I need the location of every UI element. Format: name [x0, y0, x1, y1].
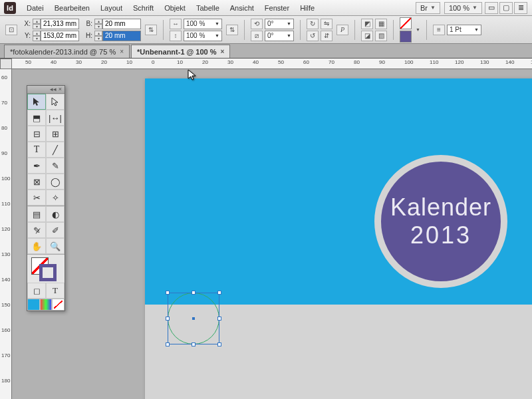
height-input[interactable] — [102, 31, 141, 41]
y-input[interactable] — [41, 31, 79, 41]
shear-icon: ⧄ — [251, 31, 263, 41]
scale-x-field[interactable]: 100 %▼ — [184, 19, 222, 29]
menu-layout[interactable]: Layout — [95, 2, 128, 14]
arrange-icon[interactable]: ≣ — [514, 2, 527, 14]
zoom-tool[interactable]: 🔍 — [46, 238, 65, 254]
menu-objekt[interactable]: Objekt — [159, 2, 191, 14]
handle-r[interactable] — [217, 317, 221, 321]
tab-fotokalender[interactable]: *fotokalender-2013.indd @ 75 %× — [4, 45, 130, 58]
menu-bearbeiten[interactable]: Bearbeiten — [49, 2, 95, 14]
page-tool[interactable]: ⬒ — [27, 110, 46, 126]
handle-l[interactable] — [166, 317, 170, 321]
note-tool[interactable]: ✎̷ — [27, 222, 46, 238]
scale-x-icon: ↔ — [170, 19, 182, 29]
content-placer-tool[interactable]: ⊞ — [46, 126, 65, 142]
menu-datei[interactable]: Datei — [21, 2, 49, 14]
select-content-icon[interactable]: ▦ — [375, 19, 387, 29]
zoom-level[interactable]: 100 %▼ — [444, 2, 482, 14]
menu-tabelle[interactable]: Tabelle — [191, 2, 225, 14]
char-panel-icon[interactable]: P — [336, 25, 348, 35]
view-options-icon[interactable]: ▭ — [485, 2, 498, 14]
handle-center[interactable] — [192, 317, 195, 320]
flip-h-icon[interactable]: ⇋ — [321, 19, 332, 29]
handle-b[interactable] — [192, 342, 196, 346]
type-tool[interactable]: T — [27, 142, 46, 158]
document-page[interactable]: Kalender 2013 — [145, 78, 532, 399]
x-field[interactable]: ▴▾ — [33, 19, 79, 29]
rotate-ccw-icon[interactable]: ↺ — [307, 31, 319, 41]
workspace-switcher[interactable]: Br▼ — [416, 2, 440, 14]
formatting-text-icon[interactable]: T — [46, 283, 65, 299]
menu-hilfe[interactable]: Hilfe — [295, 2, 320, 14]
eyedropper-tool[interactable]: ✐ — [46, 222, 65, 238]
close-icon[interactable]: × — [120, 48, 124, 55]
menu-ansicht[interactable]: Ansicht — [225, 2, 259, 14]
gradient-feather-tool[interactable]: ◐ — [46, 206, 65, 222]
stroke-weight-field[interactable]: 1 Pt▼ — [447, 25, 481, 35]
free-transform-tool[interactable]: ✧ — [46, 190, 65, 205]
title-line1: Kalender — [390, 194, 491, 221]
pencil-tool[interactable]: ✎ — [46, 158, 65, 174]
title-line2: 2013 — [410, 221, 471, 249]
width-field[interactable]: ▴▾ — [94, 19, 141, 29]
rotate-cw-icon[interactable]: ↻ — [307, 19, 319, 29]
menu-fenster[interactable]: Fenster — [259, 2, 295, 14]
ruler-origin[interactable] — [0, 59, 12, 69]
fill-swatch[interactable] — [400, 17, 412, 29]
handle-t[interactable] — [192, 291, 196, 295]
flip-v-icon[interactable]: ⇵ — [321, 31, 332, 41]
pen-tool[interactable]: ✒ — [27, 158, 46, 174]
select-container-icon[interactable]: ◩ — [361, 19, 373, 29]
stroke-weight-icon: ≡ — [433, 25, 445, 35]
rotate-field[interactable]: 0°▼ — [265, 19, 294, 29]
screen-mode-icon[interactable]: ▢ — [499, 2, 513, 14]
reference-point-icon[interactable]: ⊡ — [5, 25, 17, 35]
h-label: H: — [83, 32, 92, 39]
apply-none[interactable] — [52, 299, 65, 311]
selection-tool[interactable] — [27, 94, 46, 110]
handle-bl[interactable] — [166, 342, 170, 346]
document-tabs: *fotokalender-2013.indd @ 75 %× *Unbenan… — [0, 44, 532, 59]
scissors-tool[interactable]: ✂ — [27, 190, 46, 205]
handle-tr[interactable] — [217, 291, 221, 295]
select-prev-icon[interactable]: ◪ — [361, 31, 373, 41]
content-collector-tool[interactable]: ⊟ — [27, 126, 46, 142]
gap-tool[interactable]: |↔| — [46, 110, 65, 126]
x-input[interactable] — [41, 19, 79, 29]
apply-gradient[interactable] — [40, 299, 53, 311]
stroke-proxy[interactable] — [39, 264, 57, 281]
constrain-scale-icon[interactable]: ⇅ — [226, 25, 238, 35]
apply-color[interactable] — [27, 299, 40, 311]
vertical-ruler[interactable]: 60708090100110120130140150160170180 — [0, 69, 12, 399]
scale-y-icon: ↕ — [170, 31, 182, 41]
panel-grip[interactable]: ◂◂ × — [27, 86, 65, 94]
height-field[interactable]: ▴▾ — [94, 31, 141, 41]
menu-schrift[interactable]: Schrift — [128, 2, 159, 14]
formatting-container-icon[interactable]: ◻ — [27, 283, 46, 299]
control-bar: ⊡ X: ▴▾ Y: ▴▾ B: ▴▾ H: ▴▾ ⇅ ↔100 %▼ ↕100… — [0, 16, 532, 44]
w-label: B: — [83, 20, 92, 27]
handle-tl[interactable] — [166, 291, 170, 295]
direct-selection-tool[interactable] — [46, 94, 65, 110]
constrain-icon[interactable]: ⇅ — [145, 25, 157, 35]
shear-field[interactable]: 0°▼ — [265, 31, 294, 41]
ellipse-tool[interactable]: ◯ — [46, 174, 65, 190]
width-input[interactable] — [102, 19, 141, 29]
y-field[interactable]: ▴▾ — [33, 31, 79, 41]
selected-ellipse[interactable] — [168, 293, 219, 344]
handle-br[interactable] — [217, 342, 221, 346]
horizontal-ruler[interactable]: 5040302010010203040506070809010011012013… — [12, 59, 532, 69]
rectangle-frame-tool[interactable]: ⊠ — [27, 174, 46, 190]
close-icon[interactable]: × — [221, 48, 225, 55]
fill-stroke-proxy[interactable] — [27, 255, 65, 283]
scale-y-field[interactable]: 100 %▼ — [184, 31, 222, 41]
gradient-swatch-tool[interactable]: ▤ — [27, 206, 46, 222]
hand-tool[interactable]: ✋ — [27, 238, 46, 254]
stroke-swatch[interactable] — [400, 31, 412, 43]
select-next-icon[interactable]: ▧ — [375, 31, 387, 41]
tab-unbenannt[interactable]: *Unbenannt-1 @ 100 %× — [131, 45, 230, 58]
tools-panel[interactable]: ◂◂ × ⬒ |↔| ⊟ ⊞ T ╱ ✒ ✎ ⊠ ◯ ✂ ✧ ▤ ◐ ✎̷ ✐ … — [27, 85, 65, 311]
line-tool[interactable]: ╱ — [46, 142, 65, 158]
title-circle[interactable]: Kalender 2013 — [374, 155, 507, 288]
canvas[interactable]: Kalender 2013 ◂◂ × ⬒ |↔| ⊟ ⊞ T ╱ — [12, 69, 532, 399]
